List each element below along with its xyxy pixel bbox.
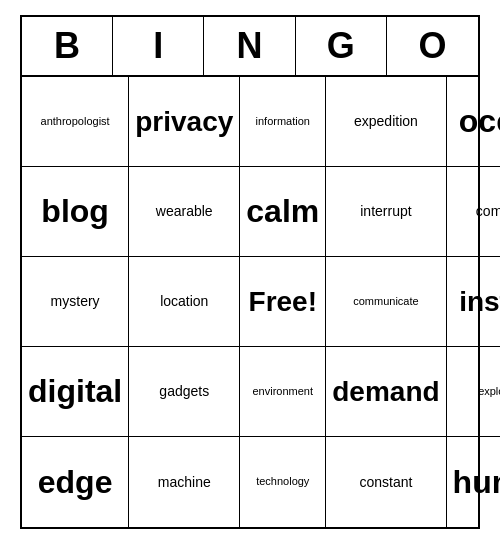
- cell-text-5: blog: [41, 192, 109, 230]
- cell-text-23: constant: [359, 474, 412, 491]
- bingo-cell-17: environment: [240, 347, 326, 437]
- cell-text-2: information: [256, 115, 310, 128]
- bingo-grid: anthropologistprivacyinformationexpediti…: [22, 77, 478, 527]
- bingo-cell-19: exploration: [447, 347, 500, 437]
- header-letter-b: B: [22, 17, 113, 75]
- cell-text-0: anthropologist: [41, 115, 110, 128]
- cell-text-8: interrupt: [360, 203, 411, 220]
- header-letter-i: I: [113, 17, 204, 75]
- bingo-cell-1: privacy: [129, 77, 240, 167]
- cell-text-19: exploration: [478, 385, 500, 398]
- cell-text-21: machine: [158, 474, 211, 491]
- cell-text-20: edge: [38, 463, 113, 501]
- cell-text-22: technology: [256, 475, 309, 488]
- bingo-cell-4: ocean: [447, 77, 500, 167]
- bingo-cell-23: constant: [326, 437, 446, 527]
- header-letter-o: O: [387, 17, 478, 75]
- cell-text-12: Free!: [249, 285, 317, 319]
- bingo-cell-22: technology: [240, 437, 326, 527]
- cell-text-7: calm: [246, 192, 319, 230]
- bingo-header: BINGO: [22, 17, 478, 77]
- bingo-cell-2: information: [240, 77, 326, 167]
- cell-text-15: digital: [28, 372, 122, 410]
- bingo-cell-13: communicate: [326, 257, 446, 347]
- cell-text-14: instant: [459, 285, 500, 319]
- bingo-cell-14: instant: [447, 257, 500, 347]
- bingo-cell-15: digital: [22, 347, 129, 437]
- bingo-cell-8: interrupt: [326, 167, 446, 257]
- cell-text-17: environment: [252, 385, 313, 398]
- bingo-cell-6: wearable: [129, 167, 240, 257]
- bingo-cell-16: gadgets: [129, 347, 240, 437]
- cell-text-10: mystery: [51, 293, 100, 310]
- header-letter-n: N: [204, 17, 295, 75]
- bingo-cell-5: blog: [22, 167, 129, 257]
- bingo-cell-9: computer: [447, 167, 500, 257]
- bingo-cell-3: expedition: [326, 77, 446, 167]
- cell-text-13: communicate: [353, 295, 418, 308]
- cell-text-24: human: [453, 463, 500, 501]
- bingo-cell-11: location: [129, 257, 240, 347]
- cell-text-6: wearable: [156, 203, 213, 220]
- bingo-cell-24: human: [447, 437, 500, 527]
- bingo-cell-20: edge: [22, 437, 129, 527]
- cell-text-9: computer: [476, 203, 500, 220]
- bingo-cell-21: machine: [129, 437, 240, 527]
- cell-text-18: demand: [332, 375, 439, 409]
- cell-text-1: privacy: [135, 105, 233, 139]
- bingo-cell-0: anthropologist: [22, 77, 129, 167]
- bingo-cell-7: calm: [240, 167, 326, 257]
- cell-text-3: expedition: [354, 113, 418, 130]
- cell-text-11: location: [160, 293, 208, 310]
- cell-text-4: ocean: [459, 102, 500, 140]
- bingo-cell-12: Free!: [240, 257, 326, 347]
- header-letter-g: G: [296, 17, 387, 75]
- cell-text-16: gadgets: [159, 383, 209, 400]
- bingo-cell-18: demand: [326, 347, 446, 437]
- bingo-cell-10: mystery: [22, 257, 129, 347]
- bingo-card: BINGO anthropologistprivacyinformationex…: [20, 15, 480, 529]
